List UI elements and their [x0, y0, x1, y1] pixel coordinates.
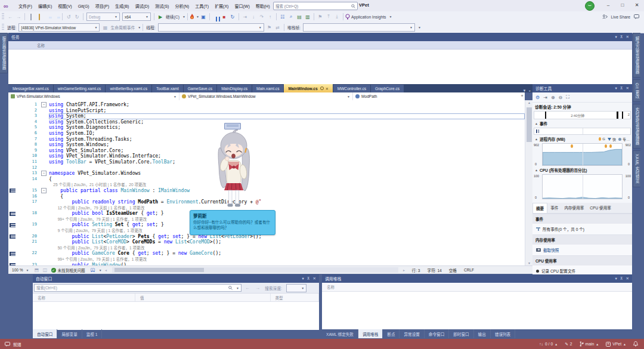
panel-tab-即时窗口[interactable]: 即时窗口 [449, 329, 473, 338]
autos-search-input[interactable]: 搜索(Ctrl+E) ▼ [34, 284, 242, 292]
stop-debug-icon[interactable]: ■ [221, 14, 227, 20]
diag-tab-CPU 使用率[interactable]: CPU 使用率 [587, 203, 614, 213]
solution-configuration-dropdown[interactable]: Debug▼ [86, 13, 120, 21]
menu-Git(G)[interactable]: Git(G) [75, 3, 92, 10]
editor-zoom-dropdown[interactable]: 100 % ▼ [12, 268, 29, 272]
doc-well-options-icon[interactable]: + [528, 89, 531, 92]
problems-status[interactable]: 未找到相关问题 [58, 267, 85, 273]
suspend-threads-icon[interactable]: ⇄ [275, 25, 281, 30]
preview-icon[interactable]: ◫ [42, 267, 48, 273]
continue-debug-button[interactable]: ▶ [157, 14, 163, 20]
lifecycle-events-label[interactable]: 生命周期事件 [110, 24, 135, 30]
navigate-forward-icon[interactable]: → [16, 14, 21, 20]
menu-扩展(X)[interactable]: 扩展(X) [212, 3, 231, 10]
menu-编辑(E)[interactable]: 编辑(E) [35, 3, 55, 10]
toolbar-grip[interactable] [2, 13, 4, 20]
take-snapshot-row[interactable]: 截取快照 [532, 245, 632, 255]
doc-tab-MainDisplay.cs[interactable]: MainDisplay.cs [217, 85, 252, 92]
pin-icon[interactable]: ⊼ [620, 86, 623, 91]
menu-文件(F)[interactable]: 文件(F) [16, 3, 35, 10]
menu-视图(V)[interactable]: 视图(V) [55, 3, 75, 10]
strip-tab-XAML 实时预览[interactable]: XAML 实时预览 [633, 150, 640, 187]
search-forward-icon[interactable]: → [255, 285, 261, 291]
type-dropdown[interactable]: VPet_Simulator.Windows.MainWindow▼ [179, 92, 353, 100]
window-position-icon[interactable]: ▾ [615, 86, 617, 91]
hot-reload-dropdown-arrow[interactable]: ▼ [196, 15, 199, 18]
server-explorer-tab[interactable]: 服务器资源管理器 [0, 33, 8, 73]
panel-tab-调用堆栈[interactable]: 调用堆栈 [358, 329, 383, 338]
doc-tab-GraphCore.cs[interactable]: GraphCore.cs [371, 85, 404, 92]
codelens-glyph-icon[interactable] [10, 234, 16, 239]
minimize-button[interactable]: – [601, 0, 615, 11]
codelens-text[interactable]: 25 个引用 | ZouJin，21 小时前 | 1 名作者，20 项更改 [49, 183, 146, 187]
spaces-indicator[interactable]: 空格 [449, 267, 457, 273]
flag-threads-icon[interactable]: ⚑ [267, 25, 273, 30]
column-header-名称[interactable]: 名称 [327, 284, 335, 290]
add-view-button[interactable]: + [521, 93, 524, 98]
scrollbar-thumb[interactable] [527, 107, 532, 142]
close-icon[interactable]: ✕ [313, 276, 316, 281]
panel-tab-局部变量[interactable]: 局部变量 [57, 329, 82, 338]
memory-section-header[interactable]: ▲进程内存 (MB) G快专… [532, 135, 632, 143]
menu-调试(D)[interactable]: 调试(D) [132, 3, 152, 10]
codelens-text[interactable]: 9 个引用 | ZouJin，79 天前 | 1 名作者，1 项更改 [49, 228, 143, 233]
panel-tab-命令窗口[interactable]: 命令窗口 [425, 329, 449, 338]
branch-selector[interactable]: main▲ [580, 341, 599, 347]
maximize-button[interactable]: □ [615, 0, 630, 11]
column-indicator[interactable]: 字符: 14 [428, 267, 442, 273]
doc-tab-GameSave.cs[interactable]: GameSave.cs [184, 85, 216, 92]
pin-icon[interactable] [320, 87, 324, 90]
callstack-column-header[interactable]: 名称 [322, 283, 632, 292]
reset-view-icon[interactable]: ⛶ [566, 94, 569, 100]
show-next-statement-icon[interactable]: ⇥ [242, 14, 248, 20]
menu-帮助(H)[interactable]: 帮助(H) [253, 3, 273, 10]
new-file-icon[interactable] [28, 14, 34, 20]
bookmark-icon[interactable]: ⚑ [317, 14, 323, 20]
codelens-glyph-icon[interactable] [10, 212, 16, 216]
panel-tab-自动窗口[interactable]: 自动窗口 [33, 329, 57, 338]
editor-horizontal-scrollbar[interactable] [112, 267, 398, 273]
diagnostics-window-icon[interactable]: ▣ [200, 14, 206, 20]
strip-tab-实时属性资源管理器[interactable]: 实时属性资源管理器 [633, 104, 640, 149]
continue-label[interactable]: 继续(C) [166, 14, 179, 20]
step-out-icon[interactable]: ↑ [267, 14, 273, 20]
scrollbar-thumb[interactable] [114, 268, 204, 272]
feedback-icon[interactable] [5, 342, 10, 347]
autos-body[interactable] [33, 302, 319, 330]
window-position-icon[interactable]: ▾ [615, 35, 617, 39]
thread-dropdown[interactable]: ▼ [158, 23, 264, 32]
menu-工具(T)[interactable]: 工具(T) [192, 3, 212, 10]
close-icon[interactable]: ✕ [626, 35, 629, 39]
notifications-bell-icon[interactable] [633, 341, 638, 347]
editor-vertical-scrollbar[interactable]: ▲ ▼ [525, 100, 533, 265]
pet-character[interactable] [209, 127, 259, 208]
close-icon[interactable]: ✕ [626, 86, 629, 91]
menu-生成(B)[interactable]: 生成(B) [112, 3, 132, 10]
search-back-icon[interactable]: ← [244, 285, 250, 291]
sync-status[interactable]: ↑↓0 / 0▲ [539, 342, 558, 346]
zoom-out-icon[interactable]: ⊖ [559, 95, 563, 100]
hscroll-right-icon[interactable]: ▸ [401, 268, 407, 272]
feedback-icon[interactable] [634, 14, 639, 19]
restart-debug-icon[interactable]: ↻ [230, 14, 236, 20]
diag-tab-内存使用率[interactable]: 内存使用率 [561, 203, 587, 213]
redo-icon[interactable]: ↻ [74, 14, 80, 20]
tasks-column-header[interactable]: 名称 [8, 41, 632, 50]
live-share-icon[interactable] [602, 14, 608, 19]
fold-toggle[interactable]: − [41, 188, 47, 193]
codelens-text[interactable]: 99+ 个引用 | ZouJin，79 天前 | 1 名作者，1 项更改 [49, 217, 147, 221]
doc-tab-winBetterBuy.xaml.cs[interactable]: winBetterBuy.xaml.cs [106, 85, 151, 92]
pin-icon[interactable]: ⊼ [620, 276, 623, 281]
doc-tab-ToolBar.xaml[interactable]: ToolBar.xaml [152, 85, 183, 92]
strip-tab-Git 更改[interactable]: Git 更改 [633, 79, 640, 102]
diag-tab-摘要[interactable]: 摘要 [532, 203, 547, 213]
immediate-window-icon[interactable]: ▤ [296, 14, 302, 20]
doc-tab-MainWindow.cs[interactable]: MainWindow.cs✕ [284, 84, 332, 92]
find-in-files-icon[interactable]: ⌕ [288, 14, 294, 20]
codelens-text[interactable]: 99+ 个引用 | ZouJin，79 天前 | 1 名作者，1 项更改 [49, 257, 147, 261]
panel-tab-XAML 绑定失败[interactable]: XAML 绑定失败 [322, 329, 358, 338]
codelens-glyph-icon[interactable] [10, 223, 16, 227]
repo-selector[interactable]: VPet▲ [606, 342, 626, 347]
fold-toggle[interactable]: − [41, 171, 47, 176]
codelens-glyph-icon[interactable] [10, 189, 16, 193]
